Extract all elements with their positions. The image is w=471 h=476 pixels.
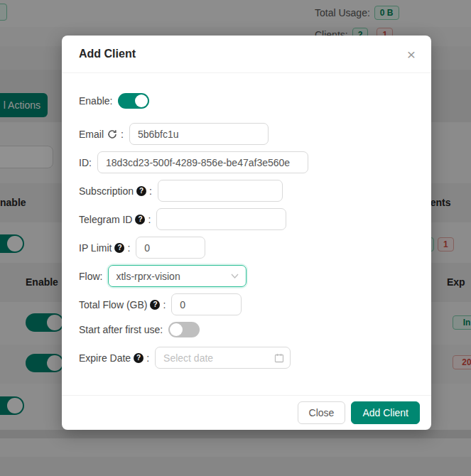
- modal-body: Enable: Email : ID: Subscription ? :: [62, 73, 431, 395]
- telegram-id-row: Telegram ID ? :: [79, 208, 414, 230]
- ip-limit-label: IP Limit ? :: [79, 242, 130, 254]
- help-icon[interactable]: ?: [150, 300, 160, 310]
- expire-date-label: Expire Date ? :: [79, 352, 149, 364]
- expire-date-row: Expire Date ? :: [79, 347, 414, 369]
- subscription-label: Subscription ? :: [79, 185, 152, 197]
- help-icon[interactable]: ?: [136, 186, 146, 196]
- help-icon[interactable]: ?: [134, 353, 144, 363]
- flow-select[interactable]: xtls-rprx-vision: [108, 265, 247, 287]
- add-client-modal: Add Client × Enable: Email : ID: Subscri…: [62, 36, 431, 430]
- modal-header: Add Client ×: [62, 36, 431, 73]
- expire-date-picker[interactable]: [155, 347, 291, 369]
- modal-footer: Close Add Client: [62, 395, 431, 430]
- email-label: Email :: [79, 129, 124, 140]
- enable-toggle[interactable]: [118, 93, 149, 109]
- enable-label: Enable:: [79, 95, 112, 107]
- subscription-input[interactable]: [158, 180, 283, 202]
- close-button[interactable]: Close: [298, 401, 346, 424]
- flow-selected-value: xtls-rprx-vision: [116, 271, 180, 282]
- ip-limit-input[interactable]: [136, 237, 205, 259]
- total-flow-input[interactable]: [171, 293, 242, 315]
- help-icon[interactable]: ?: [114, 243, 124, 253]
- telegram-id-label: Telegram ID ? :: [79, 214, 151, 225]
- help-icon[interactable]: ?: [135, 215, 145, 225]
- flow-label: Flow:: [79, 271, 102, 282]
- id-row: ID:: [79, 151, 414, 173]
- regenerate-email-icon[interactable]: [107, 129, 117, 139]
- id-label: ID:: [79, 157, 92, 168]
- chevron-down-icon: [231, 274, 239, 278]
- start-after-first-use-row: Start after first use:: [79, 322, 414, 337]
- email-row: Email :: [79, 123, 414, 145]
- expire-date-input[interactable]: [155, 347, 291, 369]
- ip-limit-row: IP Limit ? :: [79, 237, 414, 259]
- telegram-id-input[interactable]: [156, 208, 286, 230]
- id-input[interactable]: [97, 151, 308, 173]
- total-flow-label: Total Flow (GB) ? :: [79, 299, 166, 310]
- subscription-row: Subscription ? :: [79, 180, 414, 202]
- add-client-button[interactable]: Add Client: [351, 401, 420, 424]
- start-after-first-use-toggle[interactable]: [168, 322, 200, 337]
- close-icon[interactable]: ×: [407, 47, 416, 62]
- start-after-first-use-label: Start after first use:: [79, 324, 163, 335]
- modal-title: Add Client: [79, 48, 136, 60]
- email-input[interactable]: [129, 123, 269, 145]
- enable-row: Enable:: [79, 93, 414, 109]
- flow-row: Flow: xtls-rprx-vision: [79, 265, 414, 287]
- total-flow-row: Total Flow (GB) ? :: [79, 293, 414, 315]
